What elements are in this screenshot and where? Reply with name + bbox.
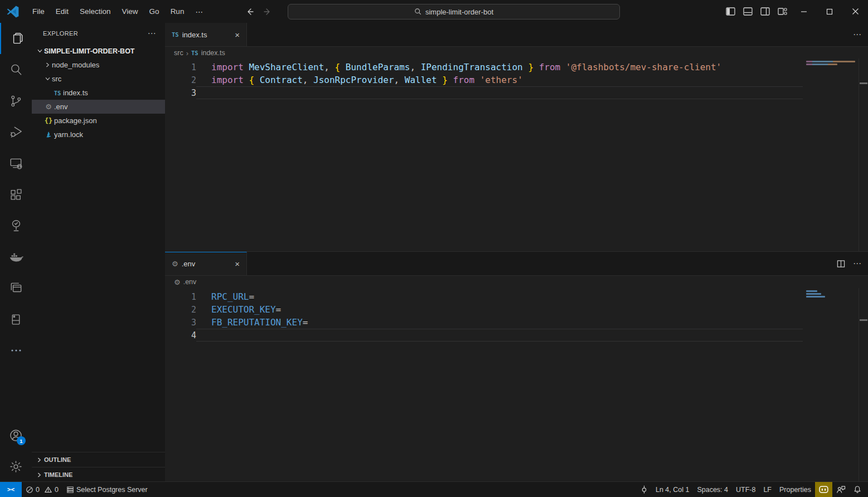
code-editor-index-ts[interactable]: 1import MevShareClient, { BundleParams, … [165, 59, 868, 251]
scrollbar[interactable] [859, 288, 868, 483]
explorer-icon[interactable] [0, 23, 32, 54]
postgres-label: Select Postgres Server [76, 486, 148, 494]
explorer-sidebar: EXPLORER ⋯ SIMPLE-LIMIT-ORDER-BOT node_m… [32, 23, 166, 482]
menu-more[interactable]: ⋯ [190, 5, 208, 18]
menu-view[interactable]: View [117, 5, 144, 18]
notifications-status[interactable] [850, 482, 868, 497]
minimize-button[interactable] [791, 0, 817, 23]
bell-icon [854, 485, 861, 494]
postgres-status[interactable]: Select Postgres Server [62, 482, 152, 497]
docker-icon[interactable] [0, 241, 32, 272]
tab-bar: TS index.ts × ⋯ [165, 23, 868, 47]
close-tab-icon[interactable]: × [232, 259, 242, 269]
customize-layout-icon[interactable] [774, 0, 791, 23]
source-control-icon[interactable] [0, 85, 32, 116]
editor-more-actions[interactable]: ⋯ [853, 30, 861, 40]
timeline-section[interactable]: TIMELINE [32, 467, 165, 482]
code-line[interactable]: 3FB_REPUTATION_KEY= [165, 316, 803, 329]
editor-group-top: TS index.ts × ⋯ src › TS index.ts 1impor… [165, 23, 868, 251]
breadcrumb-file[interactable]: index.ts [201, 49, 225, 57]
tree-item-src[interactable]: src [32, 72, 165, 86]
nav-forward-button[interactable] [259, 5, 277, 18]
accounts-icon[interactable]: 1 [0, 420, 32, 451]
code-line[interactable]: 2import { Contract, JsonRpcProvider, Wal… [165, 74, 803, 86]
ports-status[interactable] [637, 482, 652, 497]
remote-explorer-icon[interactable] [0, 148, 32, 179]
feedback-status[interactable] [832, 482, 850, 497]
activity-bar: 1 [0, 23, 32, 482]
tree-item-env[interactable]: ⚙ .env [32, 100, 165, 114]
remote-icon: >< [7, 486, 14, 493]
code-editor-env[interactable]: 1RPC_URL=2EXECUTOR_KEY=3FB_REPUTATION_KE… [165, 288, 868, 483]
toggle-primary-sidebar-icon[interactable] [722, 0, 739, 23]
search-view-icon[interactable] [0, 54, 32, 85]
toggle-secondary-sidebar-icon[interactable] [757, 0, 774, 23]
command-center-search[interactable]: simple-limit-order-bot [288, 4, 620, 20]
database-icon[interactable] [0, 304, 32, 335]
menu-edit[interactable]: Edit [50, 5, 74, 18]
menu-file[interactable]: File [27, 5, 50, 18]
remote-indicator[interactable]: >< [0, 482, 22, 497]
line-number: 4 [165, 330, 196, 340]
encoding-status[interactable]: UTF-8 [732, 482, 759, 497]
root-folder-label: SIMPLE-LIMIT-ORDER-BOT [44, 47, 135, 55]
code-line[interactable]: 4 [165, 329, 803, 342]
minimap[interactable] [804, 59, 859, 251]
breadcrumb-file[interactable]: .env [183, 278, 197, 286]
tree-item-node-modules[interactable]: node_modules [32, 58, 165, 72]
explorer-more-actions[interactable]: ⋯ [148, 28, 156, 38]
tree-item-yarn-lock[interactable]: yarn.lock [32, 128, 165, 142]
tab-index-ts[interactable]: TS index.ts × [165, 23, 247, 46]
vscode-window: File Edit Selection View Go Run ⋯ simple… [0, 0, 868, 497]
tree-item-index-ts[interactable]: TS index.ts [32, 86, 165, 100]
error-icon [26, 486, 33, 494]
editor-area: TS index.ts × ⋯ src › TS index.ts 1impor… [165, 23, 868, 482]
line-number: 1 [165, 62, 196, 72]
toggle-panel-icon[interactable] [739, 0, 757, 23]
error-count: 0 [36, 486, 40, 494]
copilot-status[interactable] [815, 482, 832, 497]
tab-env[interactable]: ⚙ .env × [165, 252, 247, 275]
problems-status[interactable]: 0 0 [22, 482, 62, 497]
code-line[interactable]: 3 [165, 86, 803, 99]
feedback-icon [836, 485, 846, 494]
breadcrumb-src[interactable]: src [174, 49, 183, 57]
code-line[interactable]: 2EXECUTOR_KEY= [165, 303, 803, 316]
menu-selection[interactable]: Selection [74, 5, 117, 18]
split-editor-icon[interactable] [837, 260, 845, 268]
chevron-right-icon [43, 62, 52, 68]
encoding-label: UTF-8 [736, 486, 755, 494]
json-file-icon: {} [45, 117, 52, 125]
code-line[interactable]: 1RPC_URL= [165, 290, 803, 303]
testing-icon[interactable] [0, 210, 32, 241]
close-tab-icon[interactable]: × [232, 30, 242, 40]
scrollbar[interactable] [859, 59, 868, 251]
settings-file-icon: ⚙ [172, 260, 178, 267]
tree-root-folder[interactable]: SIMPLE-LIMIT-ORDER-BOT [32, 44, 165, 58]
close-window-button[interactable] [842, 0, 868, 23]
nav-back-button[interactable] [241, 5, 259, 18]
typescript-file-icon: TS [172, 31, 179, 38]
minimap[interactable] [804, 288, 859, 483]
menu-go[interactable]: Go [144, 5, 165, 18]
indentation-label: Spaces: 4 [697, 486, 728, 494]
panels-icon[interactable] [0, 272, 32, 304]
warning-count: 0 [55, 486, 59, 494]
outline-section[interactable]: OUTLINE [32, 452, 165, 467]
copilot-icon [819, 486, 828, 493]
editor-more-actions[interactable]: ⋯ [853, 259, 861, 269]
cursor-position-status[interactable]: Ln 4, Col 1 [652, 482, 693, 497]
extensions-icon[interactable] [0, 179, 32, 210]
settings-gear-icon[interactable] [0, 451, 32, 482]
language-mode-status[interactable]: Properties [775, 482, 815, 497]
maximize-button[interactable] [817, 0, 842, 23]
code-line[interactable]: 1import MevShareClient, { BundleParams, … [165, 61, 803, 74]
indentation-status[interactable]: Spaces: 4 [693, 482, 732, 497]
menu-run[interactable]: Run [165, 5, 190, 18]
tree-item-package-json[interactable]: {} package.json [32, 114, 165, 128]
code-lines[interactable]: 1import MevShareClient, { BundleParams, … [165, 61, 803, 99]
run-debug-icon[interactable] [0, 116, 32, 148]
additional-views-icon[interactable] [0, 335, 32, 366]
code-lines[interactable]: 1RPC_URL=2EXECUTOR_KEY=3FB_REPUTATION_KE… [165, 290, 803, 342]
eol-status[interactable]: LF [759, 482, 775, 497]
